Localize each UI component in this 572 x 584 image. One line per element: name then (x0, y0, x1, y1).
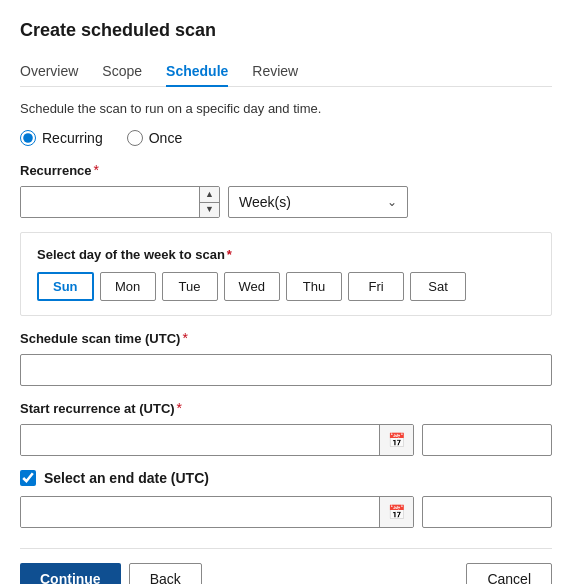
recurrence-label-row: Recurrence* (20, 162, 552, 178)
recurrence-label: Recurrence (20, 163, 92, 178)
day-btn-thu[interactable]: Thu (286, 272, 342, 301)
start-recurrence-label-row: Start recurrence at (UTC)* (20, 400, 552, 416)
recurrence-required: * (94, 162, 99, 178)
day-btn-sun[interactable]: Sun (37, 272, 94, 301)
back-button[interactable]: Back (129, 563, 202, 584)
chevron-down-icon: ⌄ (387, 195, 397, 209)
end-date-row: 2024-01-08 📅 5:10:50 PM (20, 496, 552, 528)
start-calendar-icon[interactable]: 📅 (379, 425, 413, 455)
cancel-button[interactable]: Cancel (466, 563, 552, 584)
schedule-time-label: Schedule scan time (UTC) (20, 331, 180, 346)
tab-schedule[interactable]: Schedule (166, 57, 228, 87)
spinner-down[interactable]: ▼ (200, 203, 219, 218)
end-time-input[interactable]: 5:10:50 PM (422, 496, 552, 528)
schedule-time-input-wrap: 1:10:11 AM (20, 354, 552, 386)
tab-overview[interactable]: Overview (20, 57, 78, 87)
end-date-checkbox-row: Select an end date (UTC) (20, 470, 552, 486)
period-selected: Week(s) (239, 194, 291, 210)
end-date-checkbox-label: Select an end date (UTC) (44, 470, 209, 486)
day-btn-fri[interactable]: Fri (348, 272, 404, 301)
recurrence-type-group: Recurring Once (20, 130, 552, 146)
period-dropdown[interactable]: Week(s) ⌄ (228, 186, 408, 218)
spinner-up[interactable]: ▲ (200, 187, 219, 203)
schedule-time-label-row: Schedule scan time (UTC)* (20, 330, 552, 346)
end-date-checkbox[interactable] (20, 470, 36, 486)
footer-left-buttons: Continue Back (20, 563, 202, 584)
once-radio-label[interactable]: Once (127, 130, 182, 146)
continue-button[interactable]: Continue (20, 563, 121, 584)
once-label: Once (149, 130, 182, 146)
end-calendar-icon[interactable]: 📅 (379, 497, 413, 527)
tab-scope[interactable]: Scope (102, 57, 142, 87)
recurrence-row: 1 ▲ ▼ Week(s) ⌄ (20, 186, 552, 218)
footer: Continue Back Cancel (20, 548, 552, 584)
day-of-week-section: Select day of the week to scan* Sun Mon … (20, 232, 552, 316)
start-date-field[interactable]: 2024-01-06 📅 (20, 424, 414, 456)
every-input[interactable]: 1 (21, 187, 199, 217)
start-time-input[interactable]: 7:41:50 PM (422, 424, 552, 456)
once-radio[interactable] (127, 130, 143, 146)
day-of-week-label: Select day of the week to scan* (37, 247, 535, 262)
end-date-field[interactable]: 2024-01-08 📅 (20, 496, 414, 528)
spinner-buttons: ▲ ▼ (199, 187, 219, 217)
tab-bar: Overview Scope Schedule Review (20, 57, 552, 87)
recurring-radio-label[interactable]: Recurring (20, 130, 103, 146)
start-date-input[interactable]: 2024-01-06 (21, 425, 379, 455)
start-recurrence-row: 2024-01-06 📅 7:41:50 PM (20, 424, 552, 456)
start-recurrence-label: Start recurrence at (UTC) (20, 401, 175, 416)
day-btn-sat[interactable]: Sat (410, 272, 466, 301)
schedule-time-input[interactable]: 1:10:11 AM (20, 354, 552, 386)
day-btn-wed[interactable]: Wed (224, 272, 281, 301)
every-spinner[interactable]: 1 ▲ ▼ (20, 186, 220, 218)
day-buttons-group: Sun Mon Tue Wed Thu Fri Sat (37, 272, 535, 301)
day-btn-mon[interactable]: Mon (100, 272, 156, 301)
description-text: Schedule the scan to run on a specific d… (20, 101, 552, 116)
recurring-radio[interactable] (20, 130, 36, 146)
day-btn-tue[interactable]: Tue (162, 272, 218, 301)
end-date-input[interactable]: 2024-01-08 (21, 497, 379, 527)
recurring-label: Recurring (42, 130, 103, 146)
page-title: Create scheduled scan (20, 20, 552, 41)
tab-review[interactable]: Review (252, 57, 298, 87)
